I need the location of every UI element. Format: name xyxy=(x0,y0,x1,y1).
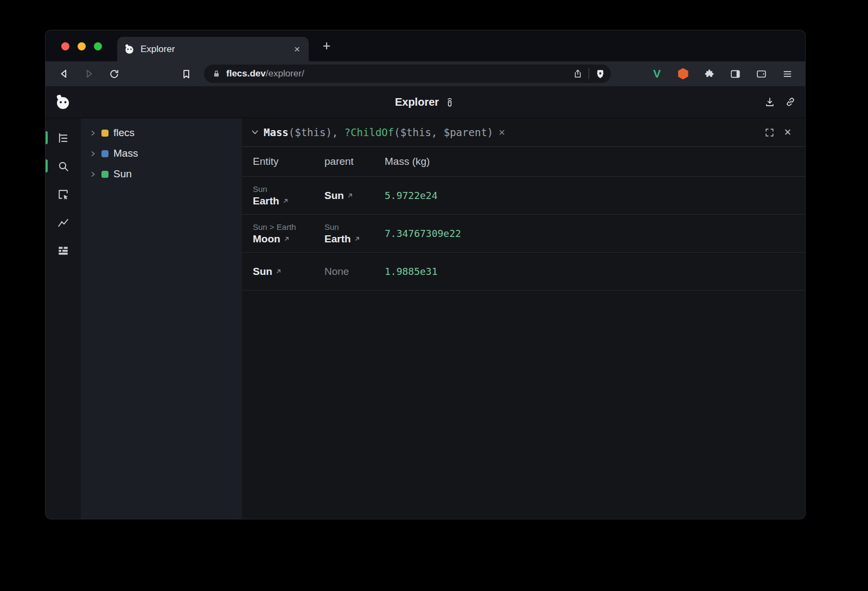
entity-link-icon[interactable] xyxy=(283,198,289,204)
expand-panel-button[interactable] xyxy=(762,125,777,140)
tab-favicon-flecs-logo-icon xyxy=(124,43,135,55)
table-row: Sun None 1.9885e31 xyxy=(242,253,805,291)
rail-button-stats[interactable] xyxy=(53,240,74,261)
url-path: /explorer/ xyxy=(266,68,304,79)
search-icon xyxy=(56,159,70,173)
address-bar[interactable]: flecs.dev/explorer/ xyxy=(204,65,611,83)
tab-close-icon[interactable]: × xyxy=(292,43,302,55)
query-clear-icon[interactable]: × xyxy=(499,127,505,138)
entity-link-icon[interactable] xyxy=(276,268,282,274)
query-term: Mass xyxy=(264,126,289,138)
forward-icon xyxy=(83,68,95,80)
reload-button[interactable] xyxy=(104,64,124,83)
browser-toolbar: flecs.dev/explorer/ xyxy=(46,61,805,86)
page-header-actions xyxy=(762,94,799,110)
vue-v-icon: V xyxy=(653,67,661,80)
page-content: flecs Mass Sun xyxy=(46,118,805,519)
reload-icon xyxy=(108,68,120,80)
icon-rail xyxy=(46,118,81,519)
close-window-button[interactable] xyxy=(61,42,69,50)
parent-name[interactable]: Sun xyxy=(324,190,344,202)
sidebar-icon xyxy=(730,68,741,80)
entity-tree-panel: flecs Mass Sun xyxy=(81,118,242,519)
parent-name-none: None xyxy=(324,266,349,277)
column-header-mass[interactable]: Mass (kg) xyxy=(385,156,805,168)
tab-strip: Explorer × + xyxy=(46,30,805,61)
menu-icon xyxy=(782,68,793,80)
parent-cell: Sun xyxy=(324,190,385,202)
chevron-down-icon[interactable] xyxy=(251,128,259,137)
download-button[interactable] xyxy=(762,94,778,110)
parent-path: Sun xyxy=(324,222,385,232)
sidebar-toggle-button[interactable] xyxy=(725,64,745,83)
column-header-parent[interactable]: parent xyxy=(324,156,385,168)
puzzle-icon xyxy=(704,68,715,80)
table-row: Sun Earth Sun xyxy=(242,177,805,215)
extension-hexagon-button[interactable] xyxy=(673,64,693,83)
tree-icon xyxy=(56,131,70,145)
entity-link-icon[interactable] xyxy=(354,236,360,242)
flecs-logo[interactable] xyxy=(54,93,72,111)
page-title: Explorer xyxy=(395,96,439,108)
download-icon xyxy=(764,96,776,108)
entity-name[interactable]: Moon xyxy=(253,233,280,245)
copy-link-button[interactable] xyxy=(782,94,799,110)
brave-shields-button[interactable] xyxy=(595,68,606,80)
zoom-window-button[interactable] xyxy=(94,42,102,50)
address-bar-divider xyxy=(589,68,589,79)
minimize-window-button[interactable] xyxy=(78,42,86,50)
wallet-button[interactable] xyxy=(751,64,771,83)
entity-color-square xyxy=(101,171,108,178)
results-table-header: Entity parent Mass (kg) xyxy=(242,147,805,177)
share-button[interactable] xyxy=(572,68,583,79)
tree-item-label[interactable]: Sun xyxy=(113,168,132,180)
chevron-right-icon[interactable] xyxy=(90,171,97,178)
new-tab-button[interactable]: + xyxy=(318,37,335,54)
active-indicator xyxy=(46,159,48,172)
bookmark-button[interactable] xyxy=(176,64,196,83)
url-domain: flecs.dev xyxy=(226,68,266,79)
query-term-optional: ?ChildOf xyxy=(344,126,394,138)
close-icon: × xyxy=(784,126,792,138)
menu-button[interactable] xyxy=(777,64,797,83)
tree-item-sun[interactable]: Sun xyxy=(81,164,242,184)
entity-cell: Sun Earth xyxy=(253,184,324,207)
chevron-right-icon[interactable] xyxy=(90,130,97,137)
rail-button-charts[interactable] xyxy=(53,211,74,233)
tab-title: Explorer xyxy=(141,44,292,55)
entity-link-icon[interactable] xyxy=(284,236,290,242)
tree-item-label[interactable]: flecs xyxy=(113,127,135,139)
entity-path: Sun xyxy=(253,184,324,194)
entity-color-square xyxy=(101,150,108,157)
back-button[interactable] xyxy=(54,64,74,83)
parent-cell: Sun Earth xyxy=(324,222,385,245)
entity-name[interactable]: Sun xyxy=(253,266,272,278)
rail-button-query-search[interactable] xyxy=(53,155,74,177)
parent-name[interactable]: Earth xyxy=(324,233,351,245)
page-header: Explorer xyxy=(46,86,805,118)
connection-remote-icon[interactable] xyxy=(444,96,456,108)
query-panel: Mass($this), ?ChildOf($this, $parent) × … xyxy=(242,118,805,519)
extension-vue-devtools-button[interactable]: V xyxy=(647,64,667,83)
tree-item-label[interactable]: Mass xyxy=(113,147,138,159)
tree-item-mass[interactable]: Mass xyxy=(81,143,242,164)
url-text: flecs.dev/explorer/ xyxy=(226,68,572,79)
column-header-entity[interactable]: Entity xyxy=(253,156,324,168)
entity-link-icon[interactable] xyxy=(347,192,353,198)
query-args: ($this), xyxy=(289,126,344,138)
chevron-right-icon[interactable] xyxy=(90,150,97,157)
link-icon xyxy=(784,96,796,108)
close-panel-button[interactable]: × xyxy=(780,125,795,140)
entity-cell: Sun xyxy=(253,266,324,278)
brave-lion-icon xyxy=(595,68,606,80)
inspector-icon xyxy=(56,188,70,201)
rail-button-inspector[interactable] xyxy=(53,183,74,205)
tree-item-flecs[interactable]: flecs xyxy=(81,123,242,143)
rail-button-entity-tree[interactable] xyxy=(53,127,74,149)
entity-name[interactable]: Earth xyxy=(253,195,279,207)
page-title-group: Explorer xyxy=(395,96,456,108)
query-expression[interactable]: Mass($this), ?ChildOf($this, $parent) xyxy=(264,126,493,138)
browser-tab-explorer[interactable]: Explorer × xyxy=(117,37,309,61)
extensions-button[interactable] xyxy=(699,64,719,83)
forward-button[interactable] xyxy=(79,64,99,83)
